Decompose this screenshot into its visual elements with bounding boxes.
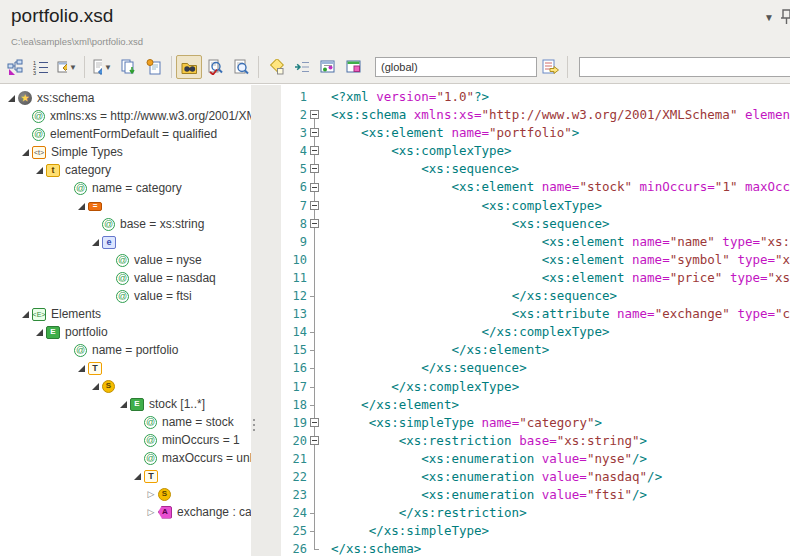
fold-toggle-icon[interactable] — [307, 178, 322, 196]
fold-toggle-icon[interactable] — [307, 142, 322, 160]
code-line[interactable]: 22 <xs:enumeration value="nasdaq"/> — [281, 468, 790, 486]
tree-row[interactable]: Eportfolio — [0, 323, 251, 341]
code-line[interactable]: 7 <xs:complexType> — [281, 197, 790, 215]
fold-toggle-icon[interactable] — [307, 414, 322, 432]
go-to-definition-button[interactable] — [537, 55, 563, 79]
scope-combobox[interactable] — [375, 57, 537, 77]
fold-toggle-icon[interactable] — [307, 215, 322, 233]
collapse-arrow-icon[interactable]: ▷ — [144, 507, 158, 517]
style-window-button[interactable] — [341, 55, 367, 79]
tree-row[interactable]: ▷S — [0, 485, 251, 503]
line-number: 20 — [281, 432, 307, 450]
code-line[interactable]: 20 <xs:restriction base="xs:string"> — [281, 432, 790, 450]
fold-toggle-icon[interactable] — [307, 432, 322, 450]
transform-button[interactable] — [263, 55, 289, 79]
tree-row[interactable]: @value = nasdaq — [0, 269, 251, 287]
tree-row[interactable]: = — [0, 197, 251, 215]
tree-row[interactable]: tcategory — [0, 161, 251, 179]
schema-view-button[interactable] — [2, 55, 28, 79]
code-editor[interactable]: 1<?xml version="1.0"?>2<xs:schema xmlns:… — [281, 85, 790, 556]
tree-row[interactable]: @value = nyse — [0, 251, 251, 269]
numbered-list-button[interactable]: 123 — [28, 55, 54, 79]
tree-row[interactable]: @maxOccurs = unbounded — [0, 449, 251, 467]
fold-toggle-icon[interactable] — [307, 197, 322, 215]
code-line[interactable]: 14 </xs:complexType> — [281, 323, 790, 341]
code-line[interactable]: 12 </xs:sequence> — [281, 287, 790, 305]
panel-menu-chevron-down-icon[interactable]: ▼ — [764, 12, 774, 23]
expand-arrow-icon[interactable] — [88, 383, 102, 390]
code-line[interactable]: 10 <xs:element name="symbol" type="xs:st… — [281, 251, 790, 269]
code-line[interactable]: 18 </xs:element> — [281, 396, 790, 414]
tree-row[interactable]: e — [0, 233, 251, 251]
code-line[interactable]: 13 <xs:attribute name="exchange" type="c… — [281, 305, 790, 323]
code-line[interactable]: 23 <xs:enumeration value="ftsi"/> — [281, 486, 790, 504]
copy-lines-button[interactable] — [115, 55, 141, 79]
paste-special-button[interactable] — [141, 55, 167, 79]
tree-row[interactable]: @name = category — [0, 179, 251, 197]
code-line[interactable]: 8 <xs:sequence> — [281, 215, 790, 233]
splitter-grip-icon[interactable] — [253, 419, 255, 431]
validate-button[interactable] — [202, 55, 228, 79]
code-text: </xs:restriction> — [331, 504, 527, 522]
expand-arrow-icon[interactable] — [18, 311, 32, 318]
tree-row[interactable]: @name = stock — [0, 413, 251, 431]
tree-row[interactable]: ▷Aexchange : category — [0, 503, 251, 521]
expand-arrow-icon[interactable] — [88, 239, 102, 246]
tree-row[interactable]: <t>Simple Types — [0, 143, 251, 161]
expand-arrow-icon[interactable] — [130, 473, 144, 480]
code-line[interactable]: 16 </xs:sequence> — [281, 359, 790, 377]
collapse-arrow-icon[interactable]: ▷ — [144, 489, 158, 499]
tree-row[interactable]: @minOccurs = 1 — [0, 431, 251, 449]
schema-tree[interactable]: ★xs:schema@xmlns:xs = http://www.w3.org/… — [0, 85, 251, 556]
tree-row[interactable]: <E>Elements — [0, 305, 251, 323]
expand-arrow-icon[interactable] — [32, 329, 46, 336]
code-line[interactable]: 2<xs:schema xmlns:xs="http://www.w3.org/… — [281, 106, 790, 124]
fold-toggle-icon[interactable] — [307, 106, 322, 124]
code-line[interactable]: 15 </xs:element> — [281, 341, 790, 359]
code-line[interactable]: 24 </xs:restriction> — [281, 504, 790, 522]
tree-row[interactable]: @elementFormDefault = qualified — [0, 125, 251, 143]
edit-button[interactable]: ▼ — [89, 55, 115, 79]
pin-icon[interactable] — [780, 8, 790, 30]
properties-button[interactable]: ▼ — [54, 55, 80, 79]
code-line[interactable]: 26</xs:schema> — [281, 540, 790, 556]
expand-arrow-icon[interactable] — [74, 365, 88, 372]
expand-arrow-icon[interactable] — [116, 401, 130, 408]
tree-row[interactable]: @value = ftsi — [0, 287, 251, 305]
fold-marker — [307, 486, 322, 504]
tree-row[interactable]: @xmlns:xs = http://www.w3.org/2001/XMLSc… — [0, 107, 251, 125]
expand-arrow-icon[interactable] — [18, 149, 32, 156]
debug-window-button[interactable] — [315, 55, 341, 79]
tree-row[interactable]: T — [0, 467, 251, 485]
code-line[interactable]: 9 <xs:element name="name" type="xs:strin… — [281, 233, 790, 251]
find-in-document-button[interactable] — [228, 55, 254, 79]
code-text: </xs:complexType> — [331, 323, 609, 341]
tree-row[interactable]: @name = portfolio — [0, 341, 251, 359]
t-icon: t — [46, 164, 60, 177]
find-in-files-button[interactable] — [176, 55, 202, 79]
code-line[interactable]: 6 <xs:element name="stock" minOccurs="1"… — [281, 178, 790, 196]
tree-row[interactable]: S — [0, 377, 251, 395]
code-line[interactable]: 4 <xs:complexType> — [281, 142, 790, 160]
expand-arrow-icon[interactable] — [32, 167, 46, 174]
code-line[interactable]: 1<?xml version="1.0"?> — [281, 88, 790, 106]
expand-arrow-icon[interactable] — [4, 95, 18, 102]
tree-row[interactable]: Estock [1..*] — [0, 395, 251, 413]
search-input[interactable] — [579, 57, 790, 77]
tree-row[interactable]: @base = xs:string — [0, 215, 251, 233]
fold-toggle-icon[interactable] — [307, 124, 322, 142]
tree-row[interactable]: T — [0, 359, 251, 377]
tree-row[interactable]: ★xs:schema — [0, 89, 251, 107]
code-line[interactable]: 19 <xs:simpleType name="category"> — [281, 414, 790, 432]
code-line[interactable]: 21 <xs:enumeration value="nyse"/> — [281, 450, 790, 468]
fold-toggle-icon[interactable] — [307, 160, 322, 178]
go-to-button[interactable] — [289, 55, 315, 79]
code-line[interactable]: 3 <xs:element name="portfolio"> — [281, 124, 790, 142]
line-number: 26 — [281, 540, 307, 556]
code-line[interactable]: 5 <xs:sequence> — [281, 160, 790, 178]
code-line[interactable]: 25 </xs:simpleType> — [281, 522, 790, 540]
expand-arrow-icon[interactable] — [74, 203, 88, 210]
code-line[interactable]: 11 <xs:element name="price" type="xs:dec… — [281, 269, 790, 287]
splitter[interactable] — [251, 85, 281, 556]
code-line[interactable]: 17 </xs:complexType> — [281, 378, 790, 396]
